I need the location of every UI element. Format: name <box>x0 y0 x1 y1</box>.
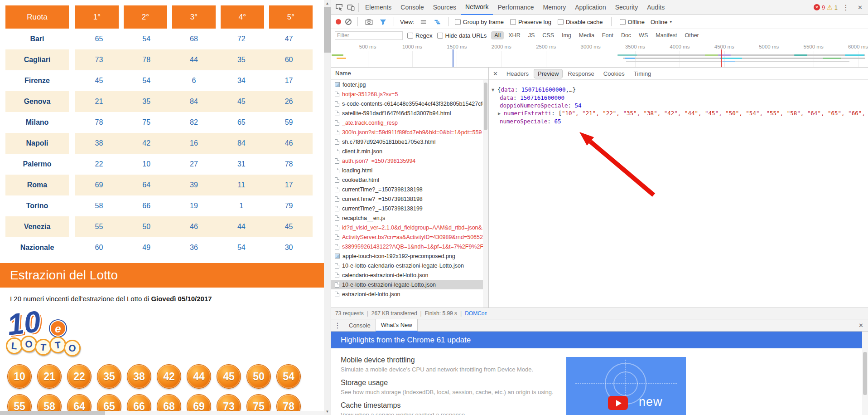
tree-caret-collapsed[interactable]: ▶ <box>498 110 504 117</box>
option-offline[interactable]: Offline <box>620 19 645 25</box>
error-icon[interactable]: ✕ <box>814 4 820 10</box>
type-filter-all[interactable]: All <box>491 31 504 39</box>
request-row[interactable]: id?d_visid_ver=2.1.0&d_fieldgroup=AAM&d_… <box>331 223 488 232</box>
type-filter-other[interactable]: Other <box>682 31 702 39</box>
lotto-header-cell[interactable]: 4° <box>221 5 264 29</box>
type-filter-ws[interactable]: WS <box>636 31 651 39</box>
request-row[interactable]: auth.json?_=1507398135994 <box>331 156 488 166</box>
details-tab-preview[interactable]: Preview <box>534 69 563 78</box>
checkbox[interactable] <box>558 19 564 25</box>
request-row[interactable]: 10-e-lotto-calendario-estrazioni-legate-… <box>331 261 488 270</box>
filter-input[interactable] <box>335 31 403 40</box>
request-row[interactable]: calendario-estrazioni-del-lotto.json <box>331 270 488 280</box>
request-row[interactable]: currentTime?_=1507398138198 <box>331 185 488 194</box>
requests-scrollbar[interactable] <box>483 80 488 308</box>
details-tab-cookies[interactable]: Cookies <box>599 69 629 78</box>
type-filter-img[interactable]: Img <box>559 31 574 39</box>
type-filter-doc[interactable]: Doc <box>618 31 634 39</box>
scrollbar-thumb[interactable] <box>0 411 105 415</box>
request-row[interactable]: cookieBar.html <box>331 175 488 185</box>
scrollbar-thumb[interactable] <box>324 7 331 53</box>
drawer-tab-console[interactable]: Console <box>344 319 376 332</box>
clear-button[interactable] <box>345 19 352 25</box>
devtools-tab-performance[interactable]: Performance <box>493 0 538 15</box>
lotto-header-cell[interactable]: 1° <box>75 5 119 29</box>
devtools-tab-elements[interactable]: Elements <box>361 0 396 15</box>
type-filter-css[interactable]: CSS <box>539 31 557 39</box>
video-thumbnail[interactable]: new <box>566 357 686 415</box>
request-row[interactable]: s-code-contents-c614c48e3554e4ef43f32b80… <box>331 99 488 108</box>
request-row[interactable]: 10-e-lotto-estrazioni-legate-Lotto.json <box>331 280 488 289</box>
devtools-tab-console[interactable]: Console <box>396 0 428 15</box>
option-group-by-frame[interactable]: Group by frame <box>455 19 504 25</box>
drawer-close-icon[interactable]: ✕ <box>854 322 868 329</box>
request-row[interactable]: estrazioni-del-lotto.json <box>331 289 488 299</box>
warning-icon[interactable]: ⚠ <box>827 4 833 10</box>
record-button[interactable] <box>336 19 341 24</box>
request-row[interactable]: 300!o.json?si=59d911f89fcd7eb9&bkl=0&bl=… <box>331 127 488 137</box>
page-horizontal-scrollbar[interactable] <box>0 411 324 415</box>
type-filter-font[interactable]: Font <box>599 31 617 39</box>
view-waterfall-icon[interactable] <box>433 17 443 27</box>
request-row[interactable]: footer.jpg <box>331 80 488 89</box>
lotto-header-cell[interactable]: 5° <box>269 5 313 29</box>
device-toolbar-icon[interactable] <box>345 1 357 13</box>
regex-option[interactable]: Regex <box>407 32 433 39</box>
scrollbar-thumb[interactable] <box>863 352 867 395</box>
request-row[interactable]: loading.html <box>331 166 488 175</box>
lotto-header-cell[interactable]: Ruota <box>5 5 69 29</box>
lotto-header-cell[interactable]: 3° <box>172 5 216 29</box>
devtools-tab-sources[interactable]: Sources <box>429 0 461 15</box>
option-preserve-log[interactable]: Preserve log <box>510 19 551 25</box>
request-row[interactable]: currentTime?_=1507398138198 <box>331 194 488 204</box>
scrollbar-thumb[interactable] <box>484 83 487 130</box>
checkbox[interactable] <box>437 33 443 39</box>
request-row[interactable]: ActivityServer.bs?cn=as&ActivityID=43098… <box>331 232 488 242</box>
details-tab-response[interactable]: Response <box>564 69 598 78</box>
request-row[interactable]: satellite-591dadf1647f46d51d3007b94.html <box>331 108 488 118</box>
request-row[interactable]: sh.c7f897d92405181bbe1705e3.html <box>331 137 488 146</box>
drawer-scrollbar[interactable] <box>862 332 868 415</box>
type-filter-manifest[interactable]: Manifest <box>652 31 680 39</box>
request-row[interactable]: _ate.track.config_resp <box>331 118 488 127</box>
request-row[interactable]: recaptcha__en.js <box>331 213 488 223</box>
drawer-tab-what-s-new[interactable]: What's New <box>376 319 418 332</box>
checkbox[interactable] <box>407 33 413 39</box>
throttling-select[interactable]: Online ▾ <box>651 19 672 25</box>
inspect-element-icon[interactable] <box>333 1 345 13</box>
scroll-down-button[interactable]: ▼ <box>324 408 331 415</box>
type-filter-js[interactable]: JS <box>525 31 538 39</box>
details-tab-timing[interactable]: Timing <box>630 69 656 78</box>
scroll-up-button[interactable]: ▲ <box>324 0 331 7</box>
option-disable-cache[interactable]: Disable cache <box>558 19 603 25</box>
request-row[interactable]: currentTime?_=1507398138199 <box>331 204 488 213</box>
devtools-tab-application[interactable]: Application <box>570 0 611 15</box>
devtools-tab-security[interactable]: Security <box>611 0 643 15</box>
checkbox[interactable] <box>455 19 461 25</box>
devtools-tab-audits[interactable]: Audits <box>642 0 669 15</box>
drawer-menu-icon[interactable]: ⋮ <box>331 321 344 330</box>
devtools-close-icon[interactable]: ✕ <box>854 4 866 11</box>
devtools-tab-memory[interactable]: Memory <box>539 0 571 15</box>
close-details-icon[interactable]: ✕ <box>489 70 502 77</box>
type-filter-media[interactable]: Media <box>576 31 598 39</box>
tree-caret-expanded[interactable]: ▼ <box>492 86 497 94</box>
filter-icon[interactable] <box>378 17 388 27</box>
screenshot-capture-icon[interactable] <box>364 17 374 27</box>
request-row[interactable]: hotjar-351268.js?sv=5 <box>331 89 488 99</box>
request-row[interactable]: apple-touch-icon-192x192-precomposed.png <box>331 251 488 261</box>
lotto-header-cell[interactable]: 2° <box>124 5 167 29</box>
hide-data-urls-option[interactable]: Hide data URLs <box>437 32 487 39</box>
details-tab-headers[interactable]: Headers <box>502 69 533 78</box>
request-row[interactable]: s38995926143122?AQB=1&ndh=1&pf=1&t=7%2F9… <box>331 242 488 251</box>
devtools-menu-icon[interactable]: ⋮ <box>839 3 852 12</box>
type-filter-xhr[interactable]: XHR <box>505 31 523 39</box>
youtube-play-icon[interactable] <box>608 396 628 410</box>
checkbox[interactable] <box>620 19 626 25</box>
view-list-icon[interactable] <box>419 17 429 27</box>
request-row[interactable]: client.it.min.json <box>331 146 488 156</box>
network-overview-timeline[interactable]: 500 ms1000 ms1500 ms2000 ms2500 ms3000 m… <box>331 42 868 68</box>
requests-column-header[interactable]: Name <box>331 68 488 80</box>
devtools-tab-network[interactable]: Network <box>461 0 493 15</box>
page-vertical-scrollbar[interactable]: ▲ ▼ <box>324 0 331 415</box>
